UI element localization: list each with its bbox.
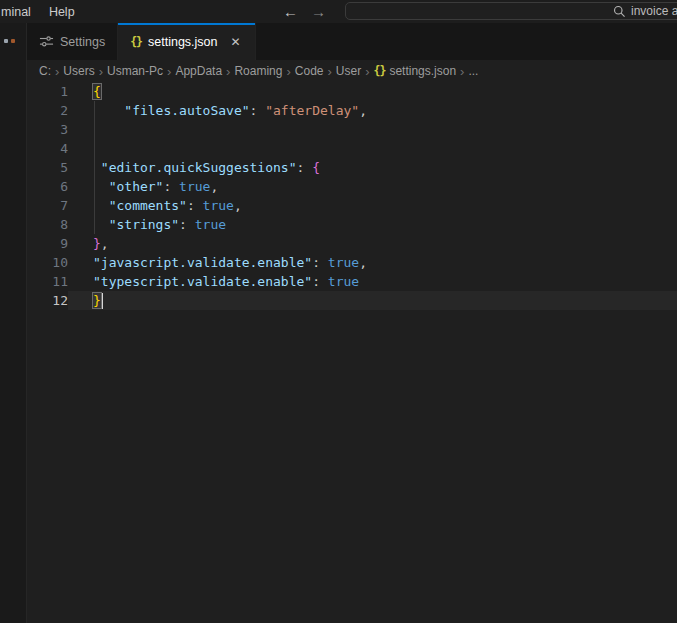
code-line: 12} [27, 291, 677, 310]
settings-sliders-icon [39, 34, 54, 49]
menu-item-terminal[interactable]: minal [0, 5, 40, 19]
code-line-content[interactable] [68, 120, 677, 139]
breadcrumb-item-user[interactable]: User [336, 64, 361, 78]
breadcrumb-item-c-[interactable]: C: [39, 64, 51, 78]
left-panel-edge [0, 23, 27, 623]
line-number: 10 [27, 253, 68, 272]
code-line: 4 [27, 139, 677, 158]
search-icon [613, 5, 626, 18]
line-number: 4 [27, 139, 68, 158]
code-line: 7 "comments": true, [27, 196, 677, 215]
code-line-content[interactable]: "files.autoSave": "afterDelay", [68, 101, 677, 120]
code-line-content[interactable]: "editor.quickSuggestions": { [68, 158, 677, 177]
code-line-content[interactable]: } [68, 291, 677, 310]
search-query-text: invoice ap [631, 4, 677, 18]
tab-settings-json[interactable]: {} settings.json ✕ [118, 23, 255, 60]
line-number: 5 [27, 158, 68, 177]
code-line-content[interactable] [68, 139, 677, 158]
text-cursor [101, 293, 103, 309]
line-number: 2 [27, 101, 68, 120]
history-navigation: ← → [283, 0, 326, 23]
chevron-right-icon: › [361, 65, 373, 78]
json-braces-icon: {} [130, 35, 142, 49]
editor-group: Settings {} settings.json ✕ C:›Users›Usm… [27, 23, 677, 623]
chevron-right-icon: › [282, 65, 294, 78]
code-line-content[interactable]: "strings": true [68, 215, 677, 234]
chevron-right-icon: › [95, 65, 107, 78]
line-number: 11 [27, 272, 68, 291]
code-line-content[interactable]: }, [68, 234, 677, 253]
line-number: 6 [27, 177, 68, 196]
tab-label: Settings [60, 35, 105, 49]
code-line-content[interactable]: "other": true, [68, 177, 677, 196]
code-line: 11"typescript.validate.enable": true [27, 272, 677, 291]
breadcrumb-item-users[interactable]: Users [63, 64, 94, 78]
code-line-content[interactable]: "javascript.validate.enable": true, [68, 253, 677, 272]
code-line: 9}, [27, 234, 677, 253]
breadcrumb-item-roaming[interactable]: Roaming [234, 64, 282, 78]
code-line: 1{ [27, 82, 677, 101]
breadcrumb-item-usman-pc[interactable]: Usman-Pc [107, 64, 163, 78]
tab-label: settings.json [148, 35, 217, 49]
json-braces-icon: {} [374, 64, 386, 78]
forward-arrow-icon[interactable]: → [311, 4, 326, 19]
chevron-right-icon: › [456, 65, 468, 78]
line-number: 3 [27, 120, 68, 139]
menu-item-help[interactable]: Help [40, 5, 84, 19]
tab-bar: Settings {} settings.json ✕ [27, 23, 677, 60]
code-line-content[interactable]: "typescript.validate.enable": true [68, 272, 677, 291]
line-number: 1 [27, 82, 68, 101]
breadcrumb: C:›Users›Usman-Pc›AppData›Roaming›Code›U… [27, 60, 677, 82]
code-line: 10"javascript.validate.enable": true, [27, 253, 677, 272]
search-command-center[interactable]: invoice ap [345, 2, 677, 20]
back-arrow-icon[interactable]: ← [283, 4, 298, 19]
code-line: 2 "files.autoSave": "afterDelay", [27, 101, 677, 120]
chevron-right-icon: › [51, 65, 63, 78]
code-line: 6 "other": true, [27, 177, 677, 196]
overflow-dots-icon [4, 39, 15, 43]
close-icon[interactable]: ✕ [229, 34, 243, 50]
chevron-right-icon: › [163, 65, 175, 78]
line-number: 7 [27, 196, 68, 215]
tab-settings[interactable]: Settings [27, 23, 118, 60]
code-area: 1{2 "files.autoSave": "afterDelay",345 "… [27, 82, 677, 310]
line-number: 12 [27, 291, 68, 310]
code-line-content[interactable]: "comments": true, [68, 196, 677, 215]
breadcrumb-item--[interactable]: ... [468, 64, 478, 78]
code-line: 5 "editor.quickSuggestions": { [27, 158, 677, 177]
breadcrumb-item-appdata[interactable]: AppData [175, 64, 222, 78]
title-bar: minal Help ← → invoice ap [0, 0, 677, 23]
breadcrumb-item-settings-json[interactable]: {}settings.json [374, 64, 457, 78]
line-number: 9 [27, 234, 68, 253]
breadcrumb-item-code[interactable]: Code [295, 64, 324, 78]
chevron-right-icon: › [324, 65, 336, 78]
chevron-right-icon: › [222, 65, 234, 78]
code-line: 3 [27, 120, 677, 139]
code-line-content[interactable]: { [68, 82, 677, 101]
line-number: 8 [27, 215, 68, 234]
code-line: 8 "strings": true [27, 215, 677, 234]
